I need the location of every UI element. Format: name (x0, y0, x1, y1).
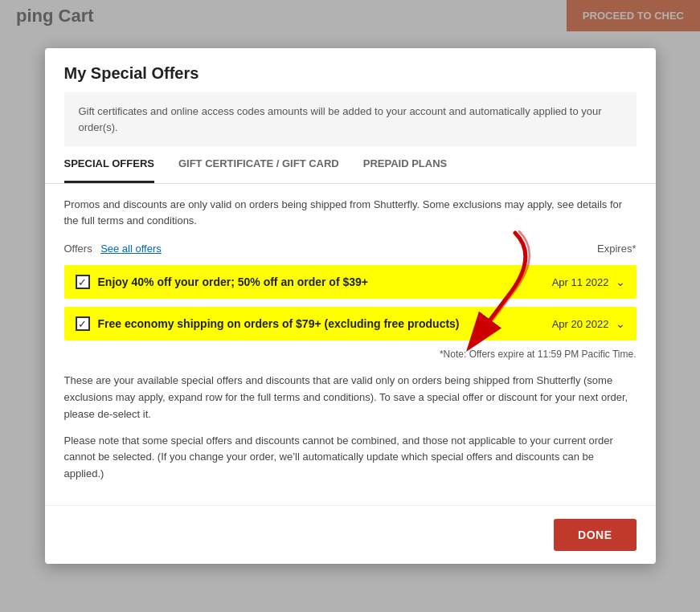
tabs-row: SPECIAL OFFERS GIFT CERTIFICATE / GIFT C… (45, 146, 656, 184)
tab-prepaid-plans[interactable]: PREPAID PLANS (363, 146, 448, 183)
offer-left-2: ✓ Free economy shipping on orders of $79… (76, 316, 460, 331)
offer-date-1: Apr 11 2022 (552, 276, 609, 288)
offer-text-1: Enjoy 40% off your order; 50% off an ord… (98, 275, 368, 288)
modal-title: My Special Offers (64, 64, 637, 83)
tab-special-offers[interactable]: SPECIAL OFFERS (64, 146, 154, 183)
expires-label: Expires* (597, 243, 636, 255)
offer-checkbox-2[interactable]: ✓ (76, 316, 90, 331)
modal-header: My Special Offers Gift certificates and … (45, 48, 656, 146)
offer-right-1: Apr 11 2022 ⌄ (552, 275, 625, 288)
offers-label-group: Offers See all offers (64, 241, 162, 255)
promo-note: Promos and discounts are only valid on o… (64, 197, 637, 228)
offer-right-2: Apr 20 2022 ⌄ (552, 317, 625, 330)
offer-date-2: Apr 20 2022 (552, 318, 609, 330)
see-all-offers-link[interactable]: See all offers (100, 243, 162, 255)
chevron-down-icon-1[interactable]: ⌄ (616, 275, 625, 288)
footer-text-2: Please note that some special offers and… (64, 433, 637, 483)
done-button[interactable]: DONE (554, 519, 636, 551)
special-offers-modal: My Special Offers Gift certificates and … (45, 48, 656, 564)
modal-info-banner: Gift certificates and online access code… (64, 92, 637, 146)
tab-gift-certificate[interactable]: GIFT CERTIFICATE / GIFT CARD (178, 146, 339, 183)
offers-header: Offers See all offers Expires* (64, 241, 637, 255)
chevron-down-icon-2[interactable]: ⌄ (616, 317, 625, 330)
footer-text-1: These are your available special offers … (64, 373, 637, 422)
offer-text-2: Free economy shipping on orders of $79+ … (98, 317, 460, 330)
offers-note: *Note: Offers expire at 11:59 PM Pacific… (64, 349, 637, 360)
offer-row-1[interactable]: ✓ Enjoy 40% off your order; 50% off an o… (64, 265, 637, 299)
offer-left-1: ✓ Enjoy 40% off your order; 50% off an o… (76, 275, 368, 289)
offer-checkbox-1[interactable]: ✓ (76, 275, 90, 289)
modal-body: Promos and discounts are only valid on o… (45, 184, 656, 505)
offer-row-2[interactable]: ✓ Free economy shipping on orders of $79… (64, 307, 637, 341)
offers-label: Offers (64, 243, 92, 255)
modal-footer: DONE (45, 505, 656, 564)
